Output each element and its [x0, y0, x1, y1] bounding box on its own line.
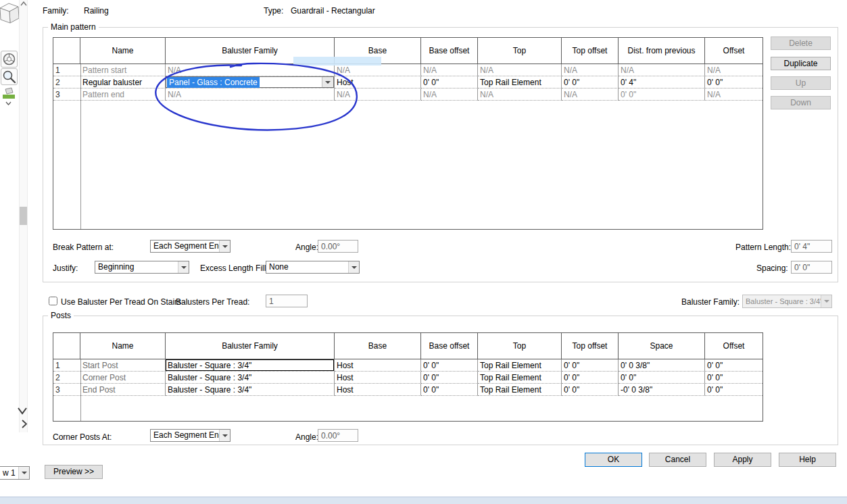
- 3d-view-icon[interactable]: [2, 86, 16, 100]
- cell-top-offset[interactable]: 0' 0": [562, 372, 619, 384]
- cell-offset: N/A: [705, 64, 763, 76]
- triangle-glyph: [352, 266, 357, 269]
- cell-space[interactable]: 0' 0": [619, 372, 705, 384]
- row-number[interactable]: 2: [53, 372, 80, 384]
- cell-top[interactable]: Top Rail Element: [478, 359, 562, 372]
- cell-family[interactable]: Baluster - Square : 3/4": [166, 384, 335, 396]
- row-number[interactable]: 3: [53, 384, 80, 396]
- col-header-base-offset: Base offset: [421, 333, 478, 359]
- help-button[interactable]: Help: [779, 453, 836, 467]
- steering-wheel-icon[interactable]: [1, 51, 18, 68]
- table-row: 2 Corner Post Baluster - Square : 3/4" H…: [53, 372, 763, 384]
- zoom-icon[interactable]: [1, 68, 18, 85]
- justify-combobox[interactable]: Beginning: [95, 261, 189, 274]
- triangle-glyph: [181, 266, 187, 269]
- col-header-top-offset: Top offset: [562, 333, 619, 359]
- chevron-down-icon[interactable]: [18, 467, 29, 479]
- cell-offset[interactable]: 0' 0": [705, 384, 763, 396]
- viewcube-icon[interactable]: [0, 0, 20, 27]
- down-button: Down: [771, 96, 831, 109]
- corner-posts-combobox[interactable]: Each Segment End: [150, 429, 231, 442]
- preview-button[interactable]: Preview >>: [45, 465, 103, 479]
- baluster-family-combobox[interactable]: Panel - Glass : Concrete: [166, 76, 334, 88]
- cell-base-offset[interactable]: 0' 0": [421, 372, 478, 384]
- cell-top[interactable]: Top Rail Element: [478, 76, 562, 89]
- family-label: Family:: [43, 6, 69, 16]
- view-selector-combobox[interactable]: w 1: [0, 466, 30, 480]
- cell-base[interactable]: Host: [335, 76, 421, 89]
- pattern-length-input[interactable]: [791, 240, 832, 253]
- angle-input[interactable]: [318, 240, 358, 253]
- cell-base[interactable]: Host: [335, 372, 421, 384]
- status-bar: [0, 497, 847, 504]
- cell-offset[interactable]: 0' 0": [705, 372, 763, 384]
- chevron-down-icon[interactable]: [178, 261, 189, 273]
- cell-top[interactable]: Top Rail Element: [478, 384, 562, 396]
- triangle-glyph: [222, 245, 228, 248]
- row-number[interactable]: 2: [53, 76, 80, 89]
- chevron-down-icon[interactable]: [219, 241, 230, 252]
- duplicate-button[interactable]: Duplicate: [771, 57, 831, 70]
- cell-base-offset[interactable]: 0' 0": [421, 76, 478, 89]
- chevron-down-icon[interactable]: [219, 430, 230, 441]
- triangle-glyph: [325, 81, 331, 84]
- corner-posts-value: Each Segment End: [151, 430, 219, 440]
- chevron-down-icon[interactable]: [348, 261, 359, 273]
- use-baluster-per-tread-checkbox[interactable]: [49, 297, 57, 305]
- cell-offset[interactable]: 0' 0": [705, 76, 763, 89]
- apply-button[interactable]: Apply: [714, 453, 771, 467]
- cell-top-offset[interactable]: 0' 0": [562, 359, 619, 372]
- cell-top-offset[interactable]: 0' 0": [562, 384, 619, 396]
- spacing-input[interactable]: [791, 261, 832, 274]
- cell-base-offset: N/A: [421, 64, 478, 76]
- break-pattern-combobox[interactable]: Each Segment End: [150, 240, 231, 253]
- chevron-right-icon[interactable]: [21, 420, 28, 428]
- cell-space[interactable]: 0' 0 3/8": [619, 359, 705, 372]
- table-row: 1 Start Post Baluster - Square : 3/4" Ho…: [53, 359, 763, 372]
- cell-top-offset[interactable]: 0' 0": [562, 76, 619, 89]
- scroll-up-icon[interactable]: [20, 1, 27, 7]
- break-pattern-value: Each Segment End: [151, 241, 219, 251]
- cell-space[interactable]: -0' 0 3/8": [619, 384, 705, 396]
- cell-name: End Post: [80, 384, 166, 396]
- balusters-per-tread-label: Balusters Per Tread:: [176, 297, 249, 307]
- tread-baluster-family-label: Baluster Family:: [681, 297, 740, 307]
- row-number[interactable]: 1: [53, 359, 80, 372]
- cell-name[interactable]: Regular baluster: [80, 76, 166, 89]
- cancel-button[interactable]: Cancel: [649, 453, 706, 467]
- cell-base-offset[interactable]: 0' 0": [421, 359, 478, 372]
- posts-angle-input[interactable]: [318, 429, 358, 442]
- cell-dist: 0' 0": [619, 89, 705, 101]
- chevron-down-icon[interactable]: [17, 407, 28, 415]
- table-row: 1 Pattern start N/A N/A N/A N/A N/A N/A …: [53, 64, 763, 76]
- excess-length-label: Excess Length Fill :: [200, 263, 270, 273]
- combobox-chevron-down-icon[interactable]: [322, 77, 333, 87]
- col-header-top-offset: Top offset: [562, 38, 619, 64]
- cell-dist[interactable]: 0' 4": [619, 76, 705, 89]
- justify-value: Beginning: [95, 262, 178, 272]
- cell-offset: N/A: [705, 89, 763, 101]
- cell-base: N/A: [335, 64, 421, 76]
- col-header-name: Name: [80, 38, 166, 64]
- num-column-separator: [80, 359, 81, 421]
- cell-name: Corner Post: [80, 372, 166, 384]
- type-label: Type:: [264, 6, 283, 16]
- up-button: Up: [771, 76, 831, 90]
- row-number[interactable]: 1: [53, 64, 80, 76]
- ok-button[interactable]: OK: [585, 453, 642, 467]
- cell-offset[interactable]: 0' 0": [705, 359, 763, 372]
- col-header-family: Baluster Family: [166, 333, 335, 359]
- cell-base[interactable]: Host: [335, 384, 421, 396]
- scrollbar-thumb[interactable]: [20, 207, 27, 225]
- excess-length-combobox[interactable]: None: [266, 261, 360, 274]
- cell-top[interactable]: Top Rail Element: [478, 372, 562, 384]
- spacing-label: Spacing:: [756, 263, 788, 273]
- cell-dist: N/A: [619, 64, 705, 76]
- cell-base[interactable]: Host: [335, 359, 421, 372]
- cell-base-offset[interactable]: 0' 0": [421, 384, 478, 396]
- navbar-chevron-down-icon[interactable]: [5, 101, 11, 105]
- table-row: 2 Regular baluster Panel - Glass : Concr…: [53, 76, 763, 89]
- cell-family[interactable]: Baluster - Square : 3/4": [166, 372, 335, 384]
- row-number[interactable]: 3: [53, 89, 80, 101]
- cell-family[interactable]: Baluster - Square : 3/4": [166, 359, 335, 372]
